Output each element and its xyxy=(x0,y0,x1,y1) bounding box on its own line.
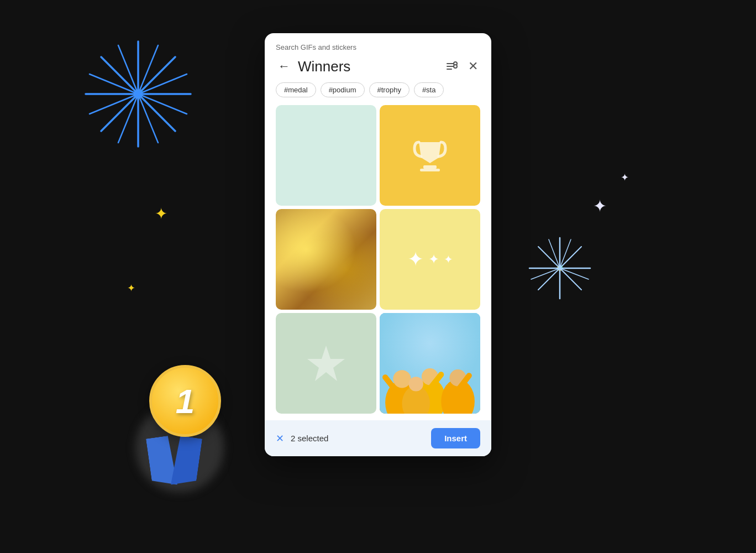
svg-line-10 xyxy=(101,94,138,131)
close-button[interactable]: ✕ xyxy=(466,57,480,76)
gif-cell-3[interactable] xyxy=(276,209,376,310)
ribbon-left xyxy=(146,435,177,488)
gold-shimmer-bg xyxy=(276,209,376,310)
firework-blue-decoration xyxy=(77,33,199,155)
svg-point-0 xyxy=(134,90,143,98)
svg-point-37 xyxy=(454,65,457,68)
filter-button[interactable] xyxy=(444,59,460,74)
svg-line-14 xyxy=(90,94,138,114)
sparkle-small-2: ✦ xyxy=(444,253,453,266)
sparkle-white-2: ✦ xyxy=(621,171,629,184)
svg-line-30 xyxy=(549,239,560,268)
svg-line-13 xyxy=(138,94,187,114)
svg-line-29 xyxy=(560,239,571,268)
sparkle-white-1: ✦ xyxy=(593,196,607,216)
people-photo-bg xyxy=(380,313,480,414)
dialog-title-row: ← Winners ✕ xyxy=(265,55,491,82)
svg-point-20 xyxy=(559,265,563,269)
gif-cell-1[interactable] xyxy=(276,105,376,206)
sparkle-large: ✦ xyxy=(407,248,424,271)
medal-decoration: 1 xyxy=(130,354,240,487)
medal-circle: 1 xyxy=(149,365,221,437)
clear-icon: ✕ xyxy=(276,432,284,445)
sparkle-small-1: ✦ xyxy=(428,252,439,267)
svg-line-12 xyxy=(118,45,138,94)
gif-search-dialog: Search GIFs and stickers ← Winners ✕ #me… xyxy=(265,33,491,456)
svg-line-7 xyxy=(138,57,175,94)
sparkle-gold-2: ✦ xyxy=(127,282,135,294)
svg-line-32 xyxy=(531,268,560,279)
svg-line-31 xyxy=(560,268,589,279)
trophy-icon xyxy=(408,133,452,178)
firework-light-decoration xyxy=(524,232,596,304)
gif-grid: ✦ ✦ ✦ xyxy=(265,105,491,414)
clear-selection-button[interactable]: ✕ xyxy=(276,432,284,445)
svg-point-19 xyxy=(557,265,563,271)
svg-line-25 xyxy=(560,247,581,268)
gif-cell-2[interactable] xyxy=(380,105,480,206)
svg-marker-40 xyxy=(307,346,345,381)
insert-button[interactable]: Insert xyxy=(431,428,480,448)
sparkle-gold-1: ✦ xyxy=(155,205,167,223)
svg-point-43 xyxy=(393,370,411,388)
filter-icon xyxy=(446,61,458,71)
back-button[interactable]: ← xyxy=(276,58,292,75)
medal-number: 1 xyxy=(176,382,195,421)
svg-line-17 xyxy=(138,94,158,143)
svg-line-28 xyxy=(538,268,560,290)
svg-rect-39 xyxy=(420,169,440,171)
svg-point-1 xyxy=(137,90,143,95)
tag-trophy[interactable]: #trophy xyxy=(369,82,410,97)
svg-line-16 xyxy=(90,74,138,94)
svg-line-8 xyxy=(101,57,138,94)
svg-line-26 xyxy=(538,247,560,268)
tag-star[interactable]: #sta xyxy=(414,82,444,97)
bottom-bar: ✕ 2 selected Insert xyxy=(265,420,491,456)
gif-cell-5[interactable] xyxy=(276,313,376,414)
svg-line-27 xyxy=(560,268,581,290)
gif-cell-6[interactable] xyxy=(380,313,480,414)
ribbon-right xyxy=(171,435,202,488)
medal-ribbon xyxy=(149,431,199,487)
svg-line-18 xyxy=(118,94,138,143)
svg-line-15 xyxy=(138,74,187,94)
tag-medal[interactable]: #medal xyxy=(276,82,316,97)
tag-podium[interactable]: #podium xyxy=(321,82,365,97)
svg-point-49 xyxy=(409,377,423,391)
gif-cell-4[interactable]: ✦ ✦ ✦ xyxy=(380,209,480,310)
dialog-title: Winners xyxy=(298,58,438,75)
star-icon xyxy=(304,341,348,385)
svg-line-11 xyxy=(138,45,158,94)
selected-count-text: 2 selected xyxy=(291,434,424,443)
people-photo-svg xyxy=(380,313,480,414)
svg-point-2 xyxy=(134,93,139,98)
svg-rect-38 xyxy=(423,165,437,169)
medal-shadow xyxy=(135,404,224,492)
svg-line-9 xyxy=(138,94,175,131)
tags-row: #medal #podium #trophy #sta xyxy=(265,82,491,105)
close-icon: ✕ xyxy=(468,59,478,74)
back-icon: ← xyxy=(278,59,290,74)
dialog-header-label: Search GIFs and stickers xyxy=(265,33,491,55)
